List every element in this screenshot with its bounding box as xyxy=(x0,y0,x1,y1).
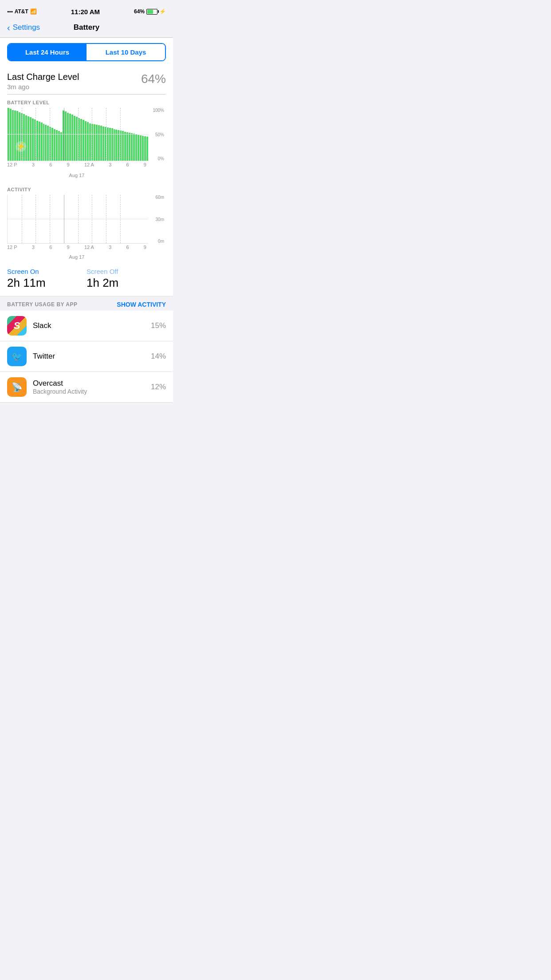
act-dashed-7 xyxy=(120,195,121,243)
battery-bar xyxy=(122,131,124,161)
back-button[interactable]: ‹ Settings xyxy=(7,23,40,33)
act-dashed-2 xyxy=(35,195,36,243)
battery-chart-section: BATTERY LEVEL ⚡ 100% 50% 0% xyxy=(0,95,173,182)
battery-bar xyxy=(89,123,91,161)
app-list: S Slack 15% 🐦 Twitter 14% 📡 Overcast Bac… xyxy=(0,311,173,403)
y-label-100: 100% xyxy=(148,108,164,113)
battery-bar xyxy=(87,122,89,161)
show-activity-button[interactable]: SHOW ACTIVITY xyxy=(117,301,166,308)
y-label-0: 0% xyxy=(148,156,164,161)
battery-bar xyxy=(100,126,102,161)
battery-chart-container: ⚡ 100% 50% 0% xyxy=(7,108,166,161)
vertical-divider xyxy=(64,108,64,161)
battery-chart-label: BATTERY LEVEL xyxy=(7,100,166,105)
activity-chart-bars xyxy=(7,195,148,244)
act-dashed-4 xyxy=(78,195,79,243)
battery-bar xyxy=(16,111,18,161)
battery-bar xyxy=(69,114,71,161)
battery-icon xyxy=(146,9,157,15)
battery-bar xyxy=(30,117,31,161)
screen-on-label: Screen On xyxy=(7,268,87,275)
battery-bar xyxy=(118,130,119,161)
time-range-segment: Last 24 Hours Last 10 Days xyxy=(7,43,166,61)
battery-bar xyxy=(65,111,67,161)
y-label-30m: 30m xyxy=(148,217,164,222)
activity-yaxis: 60m 30m 0m xyxy=(148,195,166,244)
battery-bar xyxy=(60,132,62,161)
battery-bar xyxy=(51,128,53,161)
usage-header: BATTERY USAGE BY APP SHOW ACTIVITY xyxy=(0,296,173,311)
last-charge-section: Last Charge Level 3m ago 64% xyxy=(0,67,173,94)
act-dashed-3 xyxy=(50,195,50,243)
twitter-pct: 14% xyxy=(151,352,166,361)
battery-bar xyxy=(83,120,84,161)
act-x-9a2: 9 xyxy=(144,245,146,250)
overcast-pct: 12% xyxy=(151,383,166,391)
slack-info: Slack xyxy=(33,321,151,330)
battery-chart-bars: ⚡ xyxy=(7,108,148,161)
battery-bar xyxy=(8,108,9,161)
battery-bar xyxy=(146,137,148,161)
overcast-sub: Background Activity xyxy=(33,388,151,395)
battery-bar xyxy=(142,136,144,161)
act-x-12a: 12 A xyxy=(84,245,94,250)
battery-bar xyxy=(25,115,27,161)
dashed-line-1 xyxy=(22,108,22,161)
x-label-12a: 12 A xyxy=(84,162,94,167)
app-item-twitter[interactable]: 🐦 Twitter 14% xyxy=(0,341,173,372)
main-content: Last 24 Hours Last 10 Days Last Charge L… xyxy=(0,38,173,403)
activity-xaxis: 12 P 3 6 9 12 A 3 6 9 xyxy=(7,244,166,257)
lightning-icon: ⚡ xyxy=(16,141,26,152)
act-x-3a1: 3 xyxy=(32,245,35,250)
battery-bar xyxy=(102,126,104,161)
dashed-line-3 xyxy=(50,108,50,161)
carrier-info: ▪▪▪ AT&T 📶 xyxy=(7,8,37,15)
battery-bar xyxy=(138,135,139,161)
last-10-days-button[interactable]: Last 10 Days xyxy=(87,44,165,60)
usage-header-label: BATTERY USAGE BY APP xyxy=(7,301,77,308)
battery-yaxis: 100% 50% 0% xyxy=(148,108,166,161)
battery-percentage: 64% xyxy=(134,8,145,15)
battery-bar xyxy=(36,121,38,161)
charging-icon: ⚡ xyxy=(159,8,166,15)
battery-bar xyxy=(32,119,34,161)
app-item-overcast[interactable]: 📡 Overcast Background Activity 12% xyxy=(0,372,173,403)
back-label: Settings xyxy=(13,23,40,32)
app-item-slack[interactable]: S Slack 15% xyxy=(0,311,173,341)
battery-bar xyxy=(78,118,80,161)
battery-bar xyxy=(19,112,20,161)
battery-bar xyxy=(133,134,135,161)
y-label-60m: 60m xyxy=(148,195,164,200)
battery-bar xyxy=(67,113,69,161)
wifi-icon: 📶 xyxy=(30,8,37,15)
battery-bar xyxy=(107,127,109,161)
battery-bar xyxy=(94,124,95,161)
battery-bar xyxy=(56,130,58,161)
carrier-name: AT&T xyxy=(15,8,28,15)
chevron-left-icon: ‹ xyxy=(7,23,10,33)
battery-fill xyxy=(147,10,153,14)
act-x-3a2: 3 xyxy=(109,245,111,250)
twitter-icon: 🐦 xyxy=(7,347,27,366)
overcast-info: Overcast Background Activity xyxy=(33,379,151,395)
y-label-50: 50% xyxy=(148,132,164,137)
battery-bar xyxy=(109,128,111,161)
battery-bar xyxy=(129,133,130,161)
act-x-6a2: 6 xyxy=(126,245,129,250)
battery-bar xyxy=(23,114,25,161)
activity-section: ACTIVITY 60m 30m 0m 12 P xyxy=(0,182,173,261)
dashed-line-2 xyxy=(35,108,36,161)
last-charge-value: 64% xyxy=(141,72,166,86)
act-dashed-6 xyxy=(106,195,106,243)
activity-chart-label: ACTIVITY xyxy=(7,187,166,192)
battery-bar xyxy=(96,125,98,161)
twitter-name: Twitter xyxy=(33,352,151,361)
battery-bar xyxy=(74,116,75,161)
battery-bar xyxy=(43,124,45,161)
screen-on-value: 2h 11m xyxy=(7,276,87,290)
dashed-line-7 xyxy=(120,108,121,161)
last-24-hours-button[interactable]: Last 24 Hours xyxy=(8,44,87,60)
last-charge-info: Last Charge Level 3m ago xyxy=(7,72,79,91)
battery-bar xyxy=(126,132,128,161)
y-label-0m: 0m xyxy=(148,239,164,244)
